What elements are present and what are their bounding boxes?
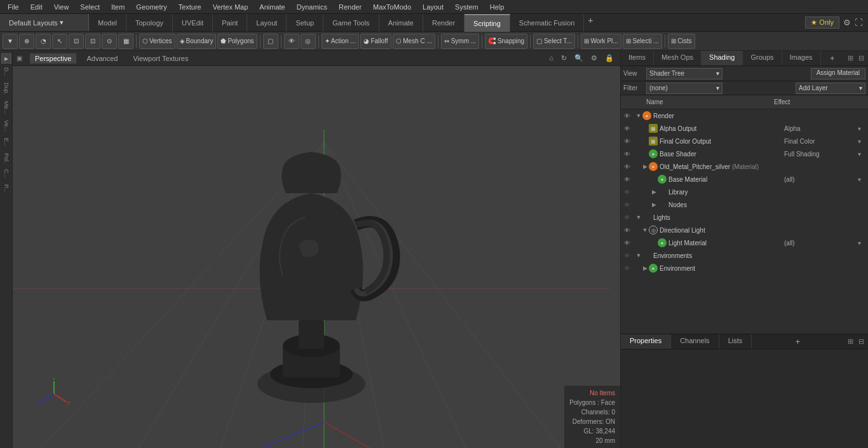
- tool-work-pl[interactable]: ⊞ Work Pl...: [581, 34, 621, 49]
- expand-environments[interactable]: ▼: [635, 252, 642, 259]
- tree-row-render[interactable]: 👁 ▼ ● Render: [621, 109, 868, 122]
- tab-uvedit[interactable]: UVEdit: [173, 14, 213, 32]
- tool-symm[interactable]: ⇔ Symm ...: [441, 34, 479, 49]
- prop-tab-lists[interactable]: Lists: [719, 334, 752, 349]
- panel-tab-items[interactable]: Items: [621, 51, 654, 65]
- panel-tab-plus[interactable]: +: [825, 51, 840, 65]
- panel-tab-images[interactable]: Images: [782, 51, 821, 65]
- tool-eye2[interactable]: ◎: [301, 34, 316, 49]
- sidebar-item-vert[interactable]: Ve...: [3, 118, 10, 134]
- expand-nodes[interactable]: ▶: [650, 201, 658, 208]
- eye-final-color[interactable]: 👁: [622, 136, 632, 146]
- filter-dropdown[interactable]: (none) ▾: [646, 83, 722, 94]
- tab-paint[interactable]: Paint: [213, 14, 247, 32]
- tool-cists[interactable]: ⊞ Cists: [668, 34, 695, 49]
- layout-dropdown[interactable]: Default Layouts ▾: [0, 14, 89, 31]
- viewport-tab-advanced[interactable]: Advanced: [81, 53, 123, 64]
- tab-animate[interactable]: Animate: [379, 14, 423, 32]
- viewport-ctrl-lock[interactable]: 🔒: [602, 53, 616, 63]
- tree-row-alpha-output[interactable]: 👁 ▦ Alpha Output Alpha ▾: [621, 122, 868, 135]
- eye-lights[interactable]: 👁: [622, 212, 632, 222]
- tab-schematic-fusion[interactable]: Schematic Fusion: [510, 14, 584, 32]
- menu-item[interactable]: Item: [106, 2, 130, 12]
- tree-row-lights[interactable]: 👁 ▼ Lights: [621, 211, 868, 224]
- eye-base-material[interactable]: 👁: [622, 174, 632, 184]
- tab-render[interactable]: Render: [423, 14, 465, 32]
- menu-render[interactable]: Render: [334, 2, 367, 12]
- sidebar-item-pol[interactable]: Pol.: [3, 151, 10, 166]
- menu-system[interactable]: System: [450, 2, 484, 12]
- tool-eye[interactable]: 👁: [284, 34, 299, 49]
- prop-tab-plus[interactable]: +: [790, 334, 806, 349]
- viewport-tab-textures[interactable]: Viewport Textures: [128, 53, 193, 64]
- menu-file[interactable]: File: [3, 2, 24, 12]
- tool-boundary[interactable]: ◈ Boundary: [177, 34, 217, 49]
- tree-row-environments[interactable]: 👁 ▼ Environments: [621, 249, 868, 262]
- tool-circle[interactable]: ⊕: [19, 34, 34, 49]
- sidebar-item-c[interactable]: C...: [3, 166, 10, 180]
- tab-model[interactable]: Model: [89, 14, 126, 32]
- corner-icon[interactable]: ▣: [17, 55, 22, 62]
- viewport-tab-perspective[interactable]: Perspective: [30, 53, 76, 64]
- expand-render[interactable]: ▼: [635, 112, 642, 119]
- tree-row-base-material[interactable]: 👁 ● Base Material (all) ▾: [621, 173, 868, 186]
- tool-polygons[interactable]: ⬟ Polygons: [217, 34, 257, 49]
- sidebar-item-mesh[interactable]: Me...: [3, 98, 10, 116]
- prop-expand-icon[interactable]: ⊞: [846, 336, 855, 347]
- tool-mesh[interactable]: ⬡ Mesh C ...: [393, 34, 435, 49]
- prop-tab-properties[interactable]: Properties: [621, 334, 671, 349]
- eye-render[interactable]: 👁: [622, 111, 632, 121]
- sidebar-expand-btn[interactable]: ▶: [1, 53, 11, 64]
- menu-vertex-map[interactable]: Vertex Map: [208, 2, 254, 12]
- menu-help[interactable]: Help: [485, 2, 510, 12]
- tool-selecti[interactable]: ⊞ Selecti ...: [623, 34, 662, 49]
- arrow-base-material[interactable]: ▾: [858, 176, 867, 183]
- eye-light-material[interactable]: 👁: [622, 238, 632, 248]
- menu-maxtomodo[interactable]: MaxToModo: [368, 2, 416, 12]
- menu-texture[interactable]: Texture: [173, 2, 207, 12]
- eye-base-shader[interactable]: 👁: [622, 149, 632, 159]
- panel-tab-groups[interactable]: Groups: [743, 51, 782, 65]
- expand-environment[interactable]: ▶: [641, 264, 649, 272]
- tree-row-old-metal[interactable]: 👁 ▶ ● Old_Metal_Pitcher_silver (Material…: [621, 160, 868, 173]
- sidebar-item-d[interactable]: D...: [3, 65, 10, 79]
- add-layer-dropdown[interactable]: Add Layer ▾: [796, 83, 865, 94]
- tool-falloff[interactable]: ◕ Falloff: [360, 34, 391, 49]
- layout-plus[interactable]: +: [584, 14, 597, 32]
- prop-tab-channels[interactable]: Channels: [671, 334, 719, 349]
- tool-rotate[interactable]: ◔: [36, 34, 51, 49]
- tab-topology[interactable]: Topology: [126, 14, 173, 32]
- tool-square-btn[interactable]: ▢: [263, 34, 278, 49]
- expand-old-metal[interactable]: ▶: [641, 163, 649, 170]
- arrow-base-shader[interactable]: ▾: [858, 151, 867, 158]
- tree-row-light-material[interactable]: 👁 ● Light Material (all) ▾: [621, 236, 868, 249]
- tool-circle2[interactable]: ⊙: [102, 34, 117, 49]
- menu-edit[interactable]: Edit: [25, 2, 48, 12]
- panel-collapse-icon[interactable]: ⊟: [857, 53, 865, 64]
- layout-settings-icon[interactable]: ⚙: [843, 18, 851, 27]
- tree-row-base-shader[interactable]: 👁 ● Base Shader Full Shading ▾: [621, 147, 868, 160]
- eye-environments[interactable]: 👁: [622, 250, 632, 261]
- expand-library[interactable]: ▶: [650, 188, 658, 196]
- expand-directional[interactable]: ▼: [641, 226, 649, 234]
- tree-row-directional-light[interactable]: 👁 ▼ ◎ Directional Light: [621, 224, 868, 236]
- tool-action[interactable]: ✦ Action ...: [322, 34, 359, 49]
- eye-library[interactable]: 👁: [622, 187, 632, 197]
- viewport-ctrl-home[interactable]: ⌂: [546, 53, 556, 63]
- arrow-alpha[interactable]: ▾: [858, 125, 867, 132]
- tool-box[interactable]: ⊡: [69, 34, 84, 49]
- expand-lights[interactable]: ▼: [635, 214, 642, 221]
- star-only-button[interactable]: ★ Only: [805, 17, 839, 29]
- sidebar-item-dup[interactable]: Dup.: [3, 80, 10, 97]
- arrow-light-material[interactable]: ▾: [858, 240, 867, 247]
- panel-expand-icon[interactable]: ⊞: [846, 53, 855, 64]
- tree-row-environment[interactable]: 👁 ▶ ● Environment: [621, 262, 868, 275]
- menu-dynamics[interactable]: Dynamics: [292, 2, 332, 12]
- sidebar-item-p[interactable]: P...: [3, 182, 10, 194]
- tab-layout[interactable]: Layout: [247, 14, 287, 32]
- menu-select[interactable]: Select: [75, 2, 105, 12]
- assign-material-button[interactable]: Assign Material: [811, 68, 865, 79]
- arrow-final-color[interactable]: ▾: [858, 138, 867, 145]
- tool-snapping[interactable]: 🧲 Snapping: [485, 34, 527, 49]
- viewport-ctrl-gear[interactable]: ⚙: [588, 53, 600, 63]
